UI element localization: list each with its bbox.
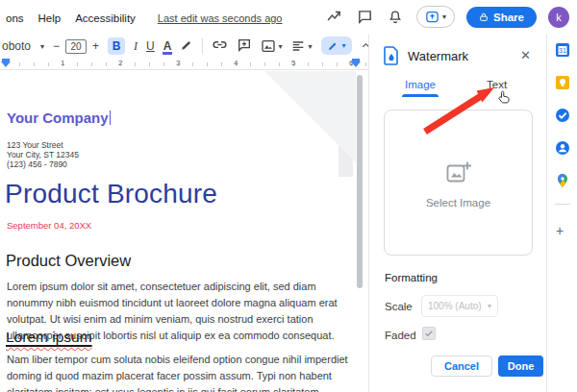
text-cursor	[110, 110, 112, 125]
add-comment-button[interactable]	[237, 37, 252, 56]
font-size-input[interactable]: 20	[65, 39, 87, 54]
menu-item-accessibility[interactable]: Accessibility	[75, 12, 136, 24]
tab-image[interactable]: Image	[405, 79, 436, 90]
insert-link-button[interactable]	[212, 37, 228, 56]
section-heading: Product Overview	[6, 252, 131, 270]
address-line: Your City, ST 12345	[7, 150, 79, 159]
toolbar-divider	[202, 38, 203, 54]
side-panel-apps: 31 +	[546, 35, 577, 392]
link-icon	[212, 37, 228, 53]
check-icon	[424, 329, 434, 338]
increase-font-button[interactable]: +	[92, 39, 99, 53]
contacts-icon[interactable]	[555, 140, 570, 156]
scale-label: Scale	[385, 301, 413, 312]
select-image-label: Select Image	[385, 197, 532, 208]
document-date-text: September 04, 20XX	[7, 220, 91, 231]
notifications-bell-icon[interactable]	[386, 8, 405, 27]
faded-label: Faded	[385, 330, 416, 341]
align-button[interactable]: ▾	[290, 38, 312, 54]
menu-item-help[interactable]: Help	[38, 12, 62, 24]
chevron-down-icon: ▾	[278, 42, 282, 51]
keep-notes-icon[interactable]	[555, 75, 570, 90]
ruler-mark: 2	[118, 59, 122, 67]
menu-item-extensions[interactable]: ons	[6, 12, 24, 24]
select-image-dropzone[interactable]: Select Image	[384, 110, 533, 256]
company-address: 123 Your Street Your City, ST 12345 (123…	[7, 140, 79, 170]
svg-text:31: 31	[559, 47, 566, 54]
address-line: 123 Your Street	[7, 140, 79, 150]
insert-image-button[interactable]: ▾	[261, 38, 282, 54]
scale-select[interactable]: 100% (Auto) ▾	[421, 295, 498, 317]
tasks-icon[interactable]	[555, 108, 570, 123]
watermark-tabs: Image Text	[369, 73, 546, 100]
chevron-down-icon: ▾	[488, 302, 491, 310]
font-family-select[interactable]: oboto ▾	[2, 39, 44, 53]
select-image-content: Select Image	[385, 160, 532, 208]
chevron-down-icon: ▾	[308, 42, 312, 51]
underline-button[interactable]: U	[146, 39, 155, 53]
text-color-button[interactable]: A	[163, 39, 172, 53]
share-button[interactable]: Share	[466, 7, 537, 28]
top-bar: ons Help Accessibility Last edit was sec…	[0, 0, 577, 35]
decrease-font-button[interactable]: −	[53, 39, 60, 53]
join-call-button[interactable]: ▾	[416, 6, 455, 28]
editing-mode-button[interactable]: ▾	[321, 37, 352, 55]
body-paragraph: Nam liber tempor cum soluta nobis eleife…	[7, 352, 355, 392]
last-edit-link[interactable]: Last edit was seconds ago	[158, 12, 283, 24]
menu-bar: ons Help Accessibility Last edit was sec…	[6, 12, 282, 24]
panel-title: Watermark	[408, 49, 468, 63]
align-left-icon	[290, 38, 306, 54]
cancel-button[interactable]: Cancel	[431, 355, 492, 377]
tab-text[interactable]: Text	[487, 79, 507, 90]
comment-add-icon	[237, 37, 252, 53]
address-line: (123) 456 - 7890	[7, 159, 79, 169]
close-panel-button[interactable]: ✕	[520, 48, 531, 62]
ruler-mark: 5	[291, 59, 295, 67]
panel-header: Watermark ✕	[369, 42, 546, 69]
ruler-mark: 3	[176, 59, 180, 67]
left-indent-marker[interactable]	[1, 61, 11, 67]
italic-button[interactable]: I	[134, 39, 138, 54]
document-title-text: Product Brochure	[5, 179, 217, 209]
ruler-mark: 4	[234, 59, 238, 67]
chevron-down-icon: ▾	[40, 42, 44, 51]
formatting-section-label: Formatting	[385, 272, 438, 283]
top-actions: ▾ Share k	[324, 6, 569, 28]
done-button[interactable]: Done	[498, 355, 543, 377]
pencil-icon	[327, 40, 339, 52]
watermark-doc-icon	[384, 46, 399, 65]
sidebar-divider	[555, 204, 570, 205]
format-toolbar: oboto ▾ − 20 + B I U A ▾ ▾ ⋯	[0, 35, 368, 58]
document-activity-icon[interactable]	[324, 8, 343, 27]
calendar-icon[interactable]: 31	[555, 42, 570, 58]
horizontal-ruler[interactable]: 1 2 3 4 5 6	[0, 58, 368, 70]
highlighter-icon	[180, 38, 193, 52]
app-window: ons Help Accessibility Last edit was sec…	[0, 0, 577, 392]
image-icon	[261, 38, 276, 54]
ruler-mark: 1	[61, 59, 64, 67]
watermark-panel: Watermark ✕ Image Text Select Image Form…	[368, 35, 546, 392]
template-corner-decoration	[264, 71, 356, 162]
chevron-down-icon: ▾	[341, 41, 345, 50]
image-add-icon	[445, 160, 472, 185]
bold-button[interactable]: B	[108, 37, 125, 55]
faded-checkbox[interactable]	[422, 327, 436, 340]
get-addons-button[interactable]: +	[556, 223, 564, 238]
right-indent-marker[interactable]	[351, 61, 361, 67]
document-scrollbar[interactable]	[357, 75, 363, 288]
maps-icon[interactable]	[555, 173, 570, 188]
scale-value: 100% (Auto)	[428, 301, 482, 311]
font-size-control: − 20 +	[53, 39, 99, 54]
company-name-text: Your Company	[7, 110, 111, 126]
document-page[interactable]: Your Company 123 Your Street Your City, …	[0, 71, 368, 392]
comment-history-icon[interactable]	[355, 8, 374, 27]
highlight-color-button[interactable]	[180, 38, 193, 55]
lock-icon	[479, 12, 489, 23]
chevron-down-icon: ▾	[442, 12, 446, 21]
subheading: Lorem ipsum	[6, 329, 92, 346]
account-avatar[interactable]: k	[548, 7, 569, 28]
